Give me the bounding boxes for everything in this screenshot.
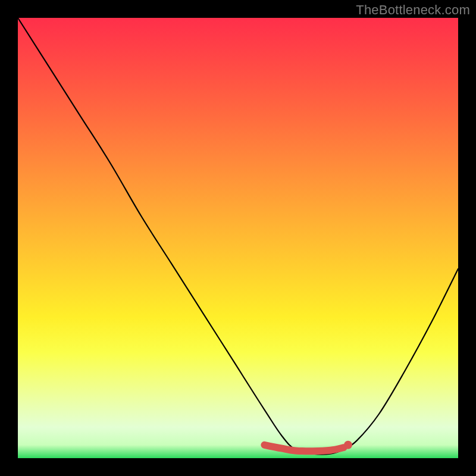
optimal-marker — [344, 441, 352, 449]
chart-frame: TheBottleneck.com — [0, 0, 476, 476]
chart-svg — [18, 18, 458, 458]
optimal-range-highlight — [264, 445, 343, 451]
watermark-text: TheBottleneck.com — [356, 2, 470, 18]
plot-area — [18, 18, 458, 458]
bottleneck-curve-path — [18, 18, 458, 455]
